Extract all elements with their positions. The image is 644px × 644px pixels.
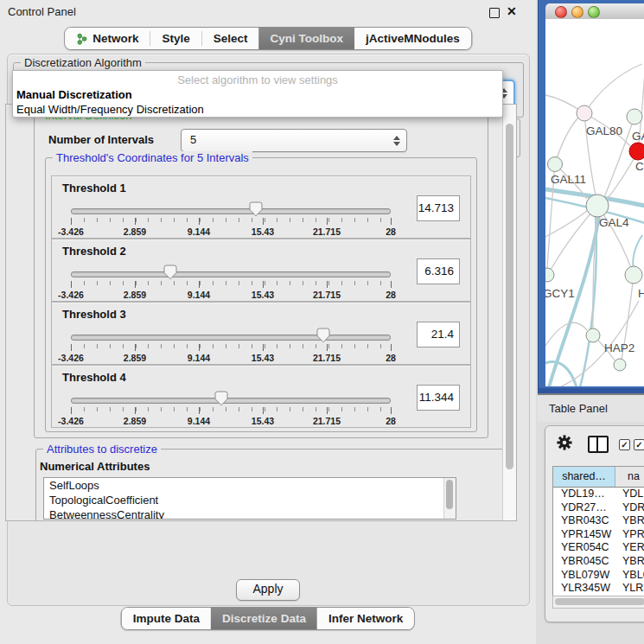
- network-edge[interactable]: [584, 64, 642, 113]
- slider-thumb[interactable]: [214, 391, 228, 406]
- tab-infer-network[interactable]: Infer Network: [317, 608, 414, 629]
- discretization-algorithm-title: Discretization Algorithm: [21, 56, 145, 69]
- table-row[interactable]: YLR345WYLR3: [553, 582, 644, 596]
- thresholds-group: Threshold's Coordinates for 5 Intervals …: [45, 157, 477, 432]
- tab-impute-data[interactable]: Impute Data: [122, 608, 211, 629]
- slider-track[interactable]: [71, 208, 391, 214]
- tick-label: 2.859: [124, 226, 146, 237]
- table-row[interactable]: YBL079WYBL0: [553, 569, 644, 583]
- close-icon[interactable]: ✕: [507, 4, 517, 18]
- slider-track[interactable]: [71, 398, 391, 404]
- table-horizontal-scrollbar[interactable]: [552, 596, 644, 609]
- network-edge[interactable]: [555, 118, 578, 164]
- tab-style[interactable]: Style: [150, 28, 201, 49]
- attribute-list-item[interactable]: SelfLoops: [44, 478, 456, 493]
- table-row[interactable]: YDL19…YDL1: [553, 488, 644, 501]
- table-cell[interactable]: YLR3: [615, 582, 644, 596]
- checkbox-icon[interactable]: ✓: [634, 439, 644, 450]
- tab-jactivemnodules[interactable]: jActiveMNodules: [354, 28, 471, 49]
- table-column-header[interactable]: na: [615, 467, 644, 487]
- network-node[interactable]: [548, 157, 563, 172]
- network-edge[interactable]: [545, 211, 587, 237]
- threshold-slider[interactable]: -3.4262.8599.14415.4321.71528: [71, 201, 391, 237]
- table-cell[interactable]: YDR27…: [553, 501, 615, 515]
- threshold-slider[interactable]: -3.4262.8599.14415.4321.71528: [71, 264, 391, 300]
- network-node[interactable]: [586, 328, 600, 342]
- attribute-list-item[interactable]: BetweennessCentrality: [44, 507, 456, 520]
- algorithm-option[interactable]: Equal Width/Frequency Discretization: [13, 102, 502, 117]
- apply-button[interactable]: Apply: [236, 579, 300, 601]
- tab-label: Discretize Data: [222, 612, 306, 625]
- network-node[interactable]: [586, 194, 609, 217]
- slider-major-tick: [327, 407, 328, 414]
- table-column-header[interactable]: shared…: [553, 467, 615, 487]
- algorithm-option[interactable]: Manual Discretization: [13, 87, 502, 102]
- mac-close-icon[interactable]: [555, 6, 567, 18]
- screen: Control Panel ✕ NetworkStyleSelectCyni T…: [0, 0, 644, 644]
- numerical-attributes-list[interactable]: SelfLoopsTopologicalCoefficientBetweenne…: [43, 477, 456, 520]
- network-node[interactable]: [625, 266, 642, 284]
- threshold-value-field[interactable]: 21.4: [417, 322, 460, 348]
- slider-thumb[interactable]: [163, 265, 177, 280]
- table-cell[interactable]: YBR0: [615, 514, 644, 528]
- mac-zoom-icon[interactable]: [588, 6, 600, 18]
- table-cell[interactable]: YBL079W: [553, 569, 615, 583]
- table-cell[interactable]: YDL19…: [553, 488, 615, 501]
- attributes-group-title: Attributes to discretize: [43, 443, 161, 456]
- gear-icon[interactable]: [556, 434, 573, 451]
- table-cell[interactable]: YBL0: [615, 569, 644, 583]
- table-cell[interactable]: YER0: [615, 541, 644, 555]
- table-row[interactable]: YER054CYER0: [553, 541, 644, 555]
- table-cell[interactable]: YPR145W: [553, 528, 615, 542]
- network-node[interactable]: [545, 268, 554, 282]
- attribute-list-item[interactable]: TopologicalCoefficient: [44, 493, 456, 507]
- tab-network[interactable]: Network: [65, 28, 150, 49]
- list-scrollbar-thumb[interactable]: [446, 480, 453, 509]
- list-scrollbar[interactable]: [443, 478, 456, 519]
- number-of-intervals-combobox[interactable]: 5: [181, 129, 407, 152]
- control-panel-title: Control Panel: [8, 5, 76, 18]
- table-cell[interactable]: YBR045C: [553, 555, 615, 569]
- slider-thumb[interactable]: [249, 201, 263, 217]
- slider-track[interactable]: [71, 335, 391, 341]
- network-canvas[interactable]: GAL80GACGAL11GAL4GCY1HHAP2: [545, 19, 644, 386]
- float-window-icon[interactable]: [489, 8, 500, 18]
- table-cell[interactable]: YER054C: [553, 541, 615, 555]
- slider-major-tick: [263, 344, 264, 351]
- network-node[interactable]: [629, 143, 644, 160]
- threshold-slider[interactable]: -3.4262.8599.14415.4321.71528: [71, 390, 391, 426]
- settings-scrollbar[interactable]: [502, 105, 516, 520]
- table-row[interactable]: YPR145WYPR1: [553, 528, 644, 542]
- attributes-group: Attributes to discretize Numerical Attri…: [35, 449, 506, 521]
- table-cell[interactable]: YDR2: [615, 501, 644, 515]
- table-cell[interactable]: YPR1: [615, 528, 644, 542]
- table-hscrollbar-thumb[interactable]: [555, 598, 644, 605]
- tab-cyni-toolbox[interactable]: Cyni Toolbox: [259, 28, 355, 49]
- table-row[interactable]: YBR043CYBR0: [553, 514, 644, 528]
- combo-arrows-icon: [393, 135, 401, 147]
- mac-minimize-icon[interactable]: [571, 6, 583, 18]
- slider-track[interactable]: [71, 271, 391, 277]
- table-cell[interactable]: YBR043C: [553, 514, 615, 528]
- table-row[interactable]: YDR27…YDR2: [553, 501, 644, 515]
- threshold-value-field[interactable]: 14.713: [417, 195, 460, 221]
- network-node[interactable]: [627, 109, 642, 124]
- threshold-slider[interactable]: -3.4262.8599.14415.4321.71528: [71, 327, 391, 363]
- network-edge[interactable]: [633, 235, 642, 268]
- threshold-value-field[interactable]: 11.344: [417, 385, 460, 411]
- split-pane-icon[interactable]: [588, 436, 609, 453]
- table-cell[interactable]: YLR345W: [553, 582, 615, 596]
- network-node[interactable]: [614, 359, 626, 371]
- tab-select[interactable]: Select: [202, 28, 259, 49]
- table-row[interactable]: YBR045CYBR0: [553, 555, 644, 569]
- tab-discretize-data[interactable]: Discretize Data: [211, 608, 317, 629]
- tick-label: 15.43: [252, 290, 274, 300]
- settings-scrollbar-thumb[interactable]: [506, 124, 513, 469]
- slider-major-tick: [71, 218, 72, 225]
- table-cell[interactable]: YDL1: [615, 488, 644, 501]
- table-cell[interactable]: YBR0: [615, 555, 644, 569]
- slider-thumb[interactable]: [316, 328, 330, 343]
- network-node[interactable]: [577, 105, 592, 121]
- threshold-value-field[interactable]: 6.316: [417, 258, 460, 284]
- checkbox-icon[interactable]: ✓: [619, 439, 630, 450]
